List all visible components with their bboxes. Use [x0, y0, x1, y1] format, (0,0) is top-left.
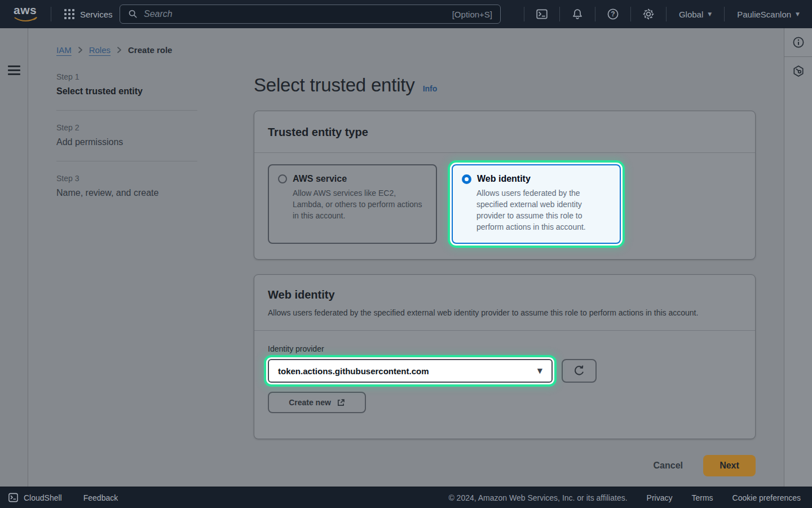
- aws-smile-icon: [14, 17, 38, 23]
- aws-logo[interactable]: aws: [14, 4, 39, 24]
- bell-icon: [571, 8, 584, 20]
- step-caption: Step 3: [56, 174, 197, 183]
- help-icon: ?: [607, 8, 619, 20]
- chevron-down-icon: ▼: [796, 11, 800, 17]
- identity-provider-row: token.actions.githubusercontent.com ▼: [268, 359, 742, 383]
- left-nav-strip: [0, 28, 28, 487]
- account-menu[interactable]: PaulieScanlon ▼: [725, 0, 812, 28]
- feedback-button[interactable]: Feedback: [83, 493, 118, 502]
- gear-icon: [642, 8, 655, 20]
- notifications-button[interactable]: [560, 0, 595, 28]
- wizard-step-2[interactable]: Step 2 Add permissions: [56, 110, 197, 161]
- wizard-step-1[interactable]: Step 1 Select trusted entity: [56, 72, 197, 110]
- radio-selected[interactable]: [462, 174, 471, 184]
- breadcrumb: IAM Roles Create role: [56, 45, 172, 55]
- entity-card-label: Web identity: [477, 174, 531, 184]
- wizard-step-3[interactable]: Step 3 Name, review, and create: [56, 161, 197, 212]
- identity-provider-value: token.actions.githubusercontent.com: [278, 366, 537, 376]
- step-label: Name, review, and create: [56, 188, 197, 198]
- hexagon-node-icon: [792, 65, 805, 77]
- aws-logo-text: aws: [14, 3, 37, 16]
- region-selector[interactable]: Global ▼: [667, 0, 724, 28]
- identity-provider-label: Identity provider: [268, 344, 742, 353]
- cookie-preferences-link[interactable]: Cookie preferences: [732, 493, 801, 502]
- help-button[interactable]: ?: [595, 0, 630, 28]
- step-caption: Step 1: [56, 72, 197, 81]
- page-header: Select trusted entity Info: [254, 75, 437, 96]
- entity-card-description: Allows users federated by the specified …: [476, 187, 611, 233]
- refresh-icon: [573, 365, 585, 377]
- info-panel-button[interactable]: [784, 28, 812, 56]
- svg-text:?: ?: [611, 10, 615, 18]
- refresh-button[interactable]: [562, 359, 597, 383]
- identity-provider-select[interactable]: token.actions.githubusercontent.com ▼: [268, 359, 553, 383]
- region-label: Global: [679, 10, 703, 19]
- copyright-text: © 2024, Amazon Web Services, Inc. or its…: [448, 493, 627, 502]
- terminal-icon: [8, 492, 19, 503]
- search-icon: [128, 9, 138, 19]
- right-tools-strip: [784, 28, 812, 487]
- account-label: PaulieScanlon: [737, 10, 791, 19]
- top-navigation: aws Services Search [Option+S]: [0, 0, 812, 28]
- page-title: Select trusted entity: [254, 75, 415, 96]
- nav-divider: [51, 7, 51, 21]
- chevron-right-icon: [78, 46, 83, 54]
- footer: CloudShell Feedback © 2024, Amazon Web S…: [0, 487, 812, 508]
- wizard-actions: Cancel Next: [254, 455, 756, 476]
- breadcrumb-iam-link[interactable]: IAM: [56, 45, 72, 55]
- terms-link[interactable]: Terms: [691, 493, 713, 502]
- panel-body: Identity provider token.actions.githubus…: [254, 331, 755, 427]
- nav-right-group: ? Global ▼ PaulieScanlon ▼: [524, 0, 812, 28]
- search-input[interactable]: Search [Option+S]: [120, 5, 501, 24]
- cloudshell-terminal-button[interactable]: [524, 0, 559, 28]
- panel-title: Web identity: [268, 288, 742, 301]
- trusted-entity-type-panel: Trusted entity type AWS service Allow AW…: [254, 111, 756, 260]
- cloudshell-label: CloudShell: [24, 493, 62, 502]
- web-identity-panel: Web identity Allows users federated by t…: [254, 274, 756, 439]
- radio-unselected[interactable]: [278, 174, 287, 183]
- footer-right-group: © 2024, Amazon Web Services, Inc. or its…: [448, 493, 812, 502]
- panel-description: Allows users federated by the specified …: [268, 307, 725, 319]
- external-link-icon: [337, 398, 345, 407]
- privacy-link[interactable]: Privacy: [647, 493, 673, 502]
- search-placeholder: Search: [144, 9, 447, 19]
- panel-body: AWS service Allow AWS services like EC2,…: [254, 153, 755, 255]
- menu-hamburger-button[interactable]: [8, 65, 20, 75]
- settings-button[interactable]: [631, 0, 666, 28]
- terminal-icon: [536, 8, 548, 20]
- resources-panel-button[interactable]: [784, 57, 812, 85]
- entity-card-aws-service[interactable]: AWS service Allow AWS services like EC2,…: [268, 164, 437, 244]
- cloudshell-footer-button[interactable]: CloudShell: [0, 492, 62, 503]
- step-label: Add permissions: [56, 137, 197, 147]
- services-label: Services: [80, 10, 113, 19]
- breadcrumb-current-page: Create role: [128, 45, 172, 55]
- select-caret-icon: ▼: [537, 367, 542, 375]
- info-icon: [792, 36, 805, 49]
- panel-header: Web identity Allows users federated by t…: [254, 275, 755, 331]
- entity-card-web-identity[interactable]: Web identity Allows users federated by t…: [452, 164, 621, 244]
- step-caption: Step 2: [56, 123, 197, 132]
- step-label: Select trusted entity: [56, 86, 197, 97]
- panel-title: Trusted entity type: [268, 126, 742, 139]
- create-new-button[interactable]: Create new: [268, 392, 366, 413]
- panel-header: Trusted entity type: [254, 111, 755, 153]
- entity-card-label: AWS service: [293, 174, 347, 184]
- create-new-label: Create new: [289, 398, 331, 407]
- breadcrumb-roles-link[interactable]: Roles: [89, 45, 111, 55]
- info-link[interactable]: Info: [423, 84, 438, 93]
- wizard-steps-nav: Step 1 Select trusted entity Step 2 Add …: [56, 72, 197, 212]
- search-shortcut-hint: [Option+S]: [452, 10, 492, 19]
- services-menu-button[interactable]: Services: [60, 0, 117, 28]
- chevron-down-icon: ▼: [708, 11, 712, 17]
- services-grid-icon: [64, 9, 74, 19]
- next-button[interactable]: Next: [703, 455, 756, 476]
- chevron-right-icon: [117, 46, 122, 54]
- entity-card-description: Allow AWS services like EC2, Lambda, or …: [293, 187, 427, 221]
- cancel-button[interactable]: Cancel: [654, 461, 683, 471]
